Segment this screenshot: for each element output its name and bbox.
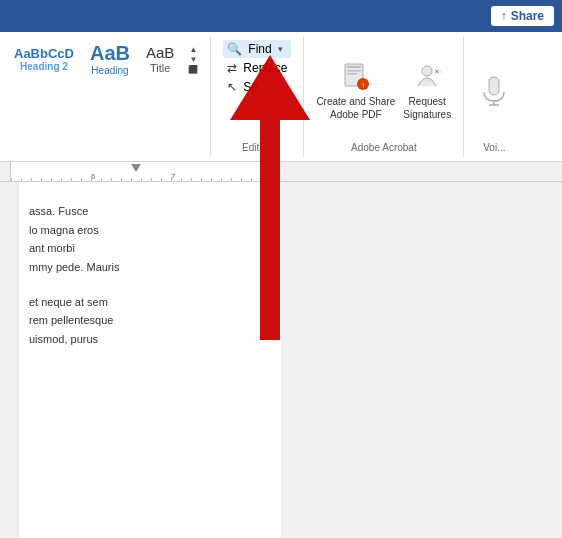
text-line-4: mmy pede. Mauris — [29, 258, 261, 277]
heading2-label: Heading 2 — [20, 61, 68, 72]
find-icon: 🔍 — [227, 42, 242, 56]
gray-area — [281, 182, 562, 538]
styles-row: AaBbCcD Heading 2 AaB Heading AaB Title … — [8, 40, 202, 78]
text-line-7: uismod, purus — [29, 330, 261, 349]
text-line-3: ant morbi — [29, 239, 261, 258]
select-label: Se... — [243, 80, 268, 94]
create-pdf-label: Create and ShareAdobe PDF — [316, 95, 395, 121]
scroll-expand-arrow[interactable]: ⬛ — [186, 65, 200, 73]
adobe-section-label: Adobe Acrobat — [316, 142, 451, 153]
page-gap-1 — [29, 277, 261, 293]
request-sig-label: RequestSignatures — [403, 95, 451, 121]
replace-label: Replace — [243, 61, 287, 75]
share-button[interactable]: ↑ Share — [491, 6, 554, 26]
voice-section-label: Voi... — [472, 142, 516, 153]
style-heading2[interactable]: AaBbCcD Heading 2 — [8, 44, 80, 75]
ribbon-content: AaBbCcD Heading 2 AaB Heading AaB Title … — [0, 32, 562, 161]
title-label: Title — [150, 62, 170, 74]
svg-rect-8 — [489, 77, 499, 95]
find-label: Find — [248, 42, 271, 56]
select-item[interactable]: ↖ Se... — [223, 78, 291, 96]
main-content: assa. Fusce lo magna eros ant morbi mmy … — [0, 182, 562, 538]
share-icon: ↑ — [501, 9, 507, 23]
svg-point-6 — [422, 66, 432, 76]
title-preview: AaB — [146, 44, 174, 62]
replace-icon: ⇄ — [227, 61, 237, 75]
editing-section-label: Editing — [223, 138, 291, 153]
style-heading1[interactable]: AaB Heading — [84, 40, 136, 78]
svg-rect-1 — [347, 66, 361, 68]
find-item[interactable]: 🔍 Find ▾ — [223, 40, 291, 58]
select-icon: ↖ — [227, 80, 237, 94]
dictate-icon — [480, 75, 508, 107]
request-sig-icon: ✕ — [411, 61, 443, 93]
text-line-6: rem pellentesque — [29, 311, 261, 330]
scroll-up-arrow[interactable]: ▲ — [186, 45, 200, 53]
top-bar: ↑ Share — [0, 0, 562, 32]
ruler-marker — [131, 164, 141, 172]
svg-rect-3 — [347, 73, 357, 75]
heading1-preview: AaB — [90, 42, 130, 65]
create-pdf-icon: ↑ — [340, 61, 372, 93]
ribbon: AaBbCcD Heading 2 AaB Heading AaB Title … — [0, 32, 562, 162]
adobe-items: ↑ Create and ShareAdobe PDF ✕ RequestSig… — [316, 40, 451, 142]
request-signatures-item[interactable]: ✕ RequestSignatures — [403, 61, 451, 121]
scroll-down-arrow[interactable]: ▼ — [186, 55, 200, 63]
document-page: assa. Fusce lo magna eros ant morbi mmy … — [19, 182, 281, 538]
style-title[interactable]: AaB Title — [140, 42, 180, 76]
text-line-1: assa. Fusce — [29, 202, 261, 221]
adobe-section: ↑ Create and ShareAdobe PDF ✕ RequestSig… — [304, 36, 464, 157]
editing-items: 🔍 Find ▾ ⇄ Replace ↖ Se... — [223, 40, 291, 138]
ruler-inner: 6 7 — [0, 162, 562, 181]
heading2-preview: AaBbCcD — [14, 46, 74, 62]
find-dropdown-icon[interactable]: ▾ — [278, 44, 283, 54]
svg-text:✕: ✕ — [434, 68, 440, 75]
editing-section: 🔍 Find ▾ ⇄ Replace ↖ Se... Editing — [211, 36, 304, 157]
share-label: Share — [511, 9, 544, 23]
voice-section: Voi... — [464, 36, 524, 157]
page-text: assa. Fusce lo magna eros ant morbi mmy … — [29, 202, 261, 349]
text-line-5: et neque at sem — [29, 293, 261, 312]
style-scroll[interactable]: ▲ ▼ ⬛ — [184, 43, 202, 75]
svg-text:↑: ↑ — [361, 81, 365, 90]
styles-section: AaBbCcD Heading 2 AaB Heading AaB Title … — [0, 36, 211, 157]
replace-item[interactable]: ⇄ Replace — [223, 59, 291, 77]
document-area: assa. Fusce lo magna eros ant morbi mmy … — [0, 182, 281, 538]
create-pdf-item[interactable]: ↑ Create and ShareAdobe PDF — [316, 61, 395, 121]
svg-rect-2 — [347, 70, 361, 72]
ruler: 6 7 — [0, 162, 562, 182]
text-line-2: lo magna eros — [29, 221, 261, 240]
heading1-label: Heading — [91, 65, 128, 76]
